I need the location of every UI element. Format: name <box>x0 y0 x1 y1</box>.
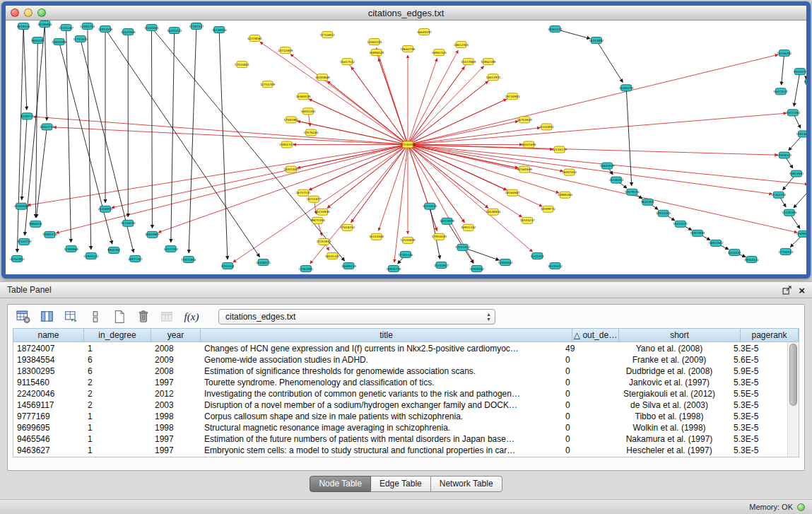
network-node[interactable]: 12493754 <box>80 23 95 30</box>
network-node[interactable]: 15556292 <box>777 50 792 57</box>
network-edge[interactable] <box>626 88 632 185</box>
network-node[interactable]: 18612404 <box>454 42 469 48</box>
network-node[interactable]: 19734903 <box>505 93 520 100</box>
network-node[interactable]: 11731674 <box>73 36 88 42</box>
network-node[interactable]: 12160469 <box>517 166 532 173</box>
network-node[interactable]: 15048934 <box>486 209 500 215</box>
network-node[interactable]: 16338271 <box>256 259 271 265</box>
network-node[interactable]: 10196862 <box>37 21 52 28</box>
network-node[interactable]: 9277651 <box>804 78 806 85</box>
network-node[interactable]: 19461271 <box>548 26 563 33</box>
network-node[interactable]: 10022741 <box>40 124 54 130</box>
network-edge[interactable] <box>151 28 152 228</box>
import-table-icon[interactable] <box>63 309 80 325</box>
network-edge[interactable] <box>260 42 408 144</box>
table-row[interactable]: 1456911722003Disruption of a novel membe… <box>13 399 788 411</box>
vertical-scrollbar[interactable] <box>787 342 799 457</box>
window-minimize-button[interactable] <box>24 8 33 17</box>
network-edge[interactable] <box>158 144 408 232</box>
network-node[interactable]: 18544237 <box>520 217 535 223</box>
scrollbar-thumb[interactable] <box>789 344 797 406</box>
network-node[interactable]: 14985463 <box>558 192 572 198</box>
network-edge[interactable] <box>408 128 540 145</box>
network-node[interactable]: 19564122 <box>744 256 759 262</box>
network-node[interactable]: 14521908 <box>121 29 136 35</box>
network-edge[interactable] <box>408 59 437 145</box>
network-node[interactable]: 16751877 <box>307 196 322 202</box>
network-node[interactable]: 16154360 <box>369 233 384 240</box>
network-node[interactable]: 16704929 <box>517 117 532 123</box>
citation-network-graph[interactable]: 1724049816041695121604691816468715048934… <box>6 21 806 274</box>
network-node[interactable]: 21206914 <box>98 206 113 212</box>
network-node[interactable]: 12958482 <box>469 265 484 271</box>
window-titlebar[interactable]: citations_edges.txt <box>6 6 806 21</box>
network-edge[interactable] <box>794 71 800 106</box>
network-node[interactable]: 17551912 <box>455 244 470 250</box>
network-node[interactable]: 12077704 <box>163 245 178 252</box>
table-row[interactable]: 1938455462009Genome-wide association stu… <box>13 354 788 366</box>
column-header-name[interactable]: name <box>13 329 84 341</box>
network-edge[interactable] <box>171 30 175 243</box>
network-edge[interactable] <box>408 144 532 252</box>
network-edge[interactable] <box>408 66 484 145</box>
network-node[interactable]: 16041695 <box>522 141 536 148</box>
network-edge[interactable] <box>35 40 37 218</box>
network-node[interactable]: 10411051 <box>785 110 800 116</box>
network-node[interactable]: 14722609 <box>278 47 293 54</box>
network-node[interactable]: 16977267 <box>128 255 143 262</box>
network-node[interactable]: 10844098 <box>52 39 66 45</box>
network-edge[interactable] <box>56 144 408 233</box>
network-node[interactable]: 15905116 <box>42 231 57 238</box>
network-edge[interactable] <box>189 26 196 253</box>
network-node[interactable]: 12065104 <box>367 39 382 45</box>
network-node[interactable]: 17197337 <box>189 23 204 30</box>
network-node[interactable]: 10972958 <box>690 230 705 236</box>
table-row[interactable]: 946362711997Embryonic stem cells: a mode… <box>13 445 788 456</box>
network-edge[interactable] <box>408 50 458 144</box>
tab-network-table[interactable]: Network Table <box>431 476 502 492</box>
function-builder-icon[interactable]: f(x) <box>183 309 200 325</box>
network-node[interactable]: 14613971 <box>486 74 500 81</box>
network-node[interactable]: 18314892 <box>589 37 604 44</box>
network-edge[interactable] <box>53 127 408 145</box>
network-node[interactable]: 9345072 <box>794 69 806 75</box>
network-node[interactable]: 19245812 <box>548 262 563 269</box>
network-node[interactable]: 11152724 <box>17 238 32 245</box>
column-header-short[interactable]: short <box>619 329 741 341</box>
network-node[interactable]: 12590965 <box>64 245 78 252</box>
window-close-button[interactable] <box>11 8 19 17</box>
network-edge[interactable] <box>59 42 112 244</box>
column-header-in_degree[interactable]: in_degree <box>84 329 151 341</box>
network-node[interactable]: 18236916 <box>212 27 227 33</box>
network-node[interactable]: 12544809 <box>401 237 416 243</box>
network-node[interactable]: 12481426 <box>399 251 413 257</box>
network-node[interactable]: 17081981 <box>283 117 298 123</box>
network-node[interactable]: 15130940 <box>315 209 330 215</box>
network-node[interactable]: 15902317 <box>279 141 294 148</box>
network-node[interactable]: 10357803 <box>10 255 25 262</box>
network-node[interactable]: 12116179 <box>552 146 567 153</box>
network-node[interactable]: 18164687 <box>505 189 520 196</box>
column-header-out_degree[interactable]: △ out_de… <box>572 329 619 341</box>
network-node[interactable]: 11544951 <box>539 124 554 130</box>
network-node[interactable]: 17576261 <box>304 129 319 136</box>
network-node[interactable]: 18844987 <box>145 231 160 238</box>
network-node[interactable]: 16896029 <box>369 49 384 56</box>
network-node[interactable]: 16951432 <box>461 224 476 230</box>
network-node[interactable]: 17679193 <box>625 189 640 195</box>
network-node[interactable]: 9245403 <box>531 252 544 259</box>
network-edge[interactable] <box>17 26 23 252</box>
column-header-title[interactable]: title <box>201 329 572 341</box>
network-edge[interactable] <box>408 144 772 194</box>
network-node[interactable]: 16255423 <box>167 28 182 34</box>
network-node[interactable]: 14814651 <box>796 131 806 137</box>
network-edge[interactable] <box>782 53 784 85</box>
network-node[interactable]: 9619536 <box>17 23 30 30</box>
network-node[interactable]: 16419099 <box>440 218 454 224</box>
network-edge[interactable] <box>408 113 787 144</box>
row-options-icon[interactable] <box>87 309 104 325</box>
network-selector-dropdown[interactable]: citations_edges.txt ▲▼ <box>218 309 495 325</box>
network-node[interactable]: 12754709 <box>260 81 275 88</box>
network-node[interactable]: 18976718 <box>386 265 401 271</box>
network-node[interactable]: 10599772 <box>541 206 555 212</box>
